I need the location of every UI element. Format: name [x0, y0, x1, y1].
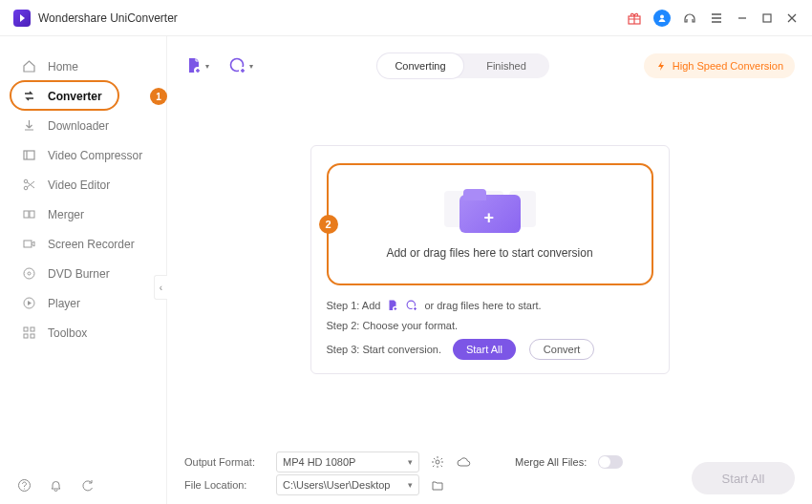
grid-icon — [21, 326, 36, 341]
file-location-select[interactable]: C:\Users\User\Desktop▾ — [276, 474, 419, 495]
app-title: Wondershare UniConverter — [38, 11, 178, 25]
refresh-icon[interactable] — [80, 478, 95, 493]
bolt-icon — [655, 60, 667, 72]
svg-point-5 — [24, 186, 28, 190]
chevron-down-icon: ▾ — [249, 62, 253, 71]
sidebar-item-player[interactable]: Player — [0, 288, 166, 318]
step-3: Step 3: Start conversion. Start All Conv… — [327, 339, 653, 360]
merge-toggle[interactable] — [598, 455, 623, 469]
play-icon — [21, 296, 36, 311]
sidebar-label: DVD Burner — [48, 267, 110, 281]
search-plus-icon — [405, 299, 418, 312]
sidebar-item-toolbox[interactable]: Toolbox — [0, 318, 166, 347]
sidebar-label: Player — [48, 297, 80, 310]
svg-rect-6 — [24, 211, 29, 218]
svg-point-4 — [24, 179, 28, 183]
sidebar-item-downloader[interactable]: Downloader — [0, 111, 166, 140]
recorder-icon — [21, 237, 36, 252]
svg-rect-14 — [24, 334, 28, 338]
menu-icon[interactable] — [709, 10, 724, 26]
svg-point-17 — [24, 488, 25, 489]
gift-icon[interactable] — [627, 10, 642, 26]
svg-point-24 — [436, 460, 439, 464]
chevron-down-icon: ▾ — [408, 457, 413, 467]
sidebar-item-dvd[interactable]: DVD Burner — [0, 259, 166, 288]
add-url-button[interactable]: ▾ — [228, 56, 253, 75]
folder-icon: + — [459, 189, 521, 233]
close-icon[interactable] — [785, 11, 799, 25]
svg-rect-15 — [31, 334, 34, 338]
sidebar-label: Screen Recorder — [48, 238, 135, 251]
headset-icon[interactable] — [682, 10, 697, 26]
svg-rect-7 — [30, 211, 34, 218]
sidebar-label: Toolbox — [48, 326, 87, 340]
cloud-icon[interactable] — [456, 455, 471, 469]
sidebar-label: Video Compressor — [48, 149, 142, 162]
sidebar-label: Downloader — [48, 119, 109, 133]
bell-icon[interactable] — [49, 478, 63, 493]
user-avatar-icon[interactable] — [653, 10, 671, 27]
output-format-value: MP4 HD 1080P — [283, 456, 355, 468]
sidebar-item-editor[interactable]: Video Editor — [0, 170, 166, 200]
sidebar-item-converter[interactable]: Converter 1 — [0, 81, 166, 111]
sidebar-item-compressor[interactable]: Video Compressor — [0, 140, 166, 170]
start-all-button[interactable]: Start All — [453, 339, 516, 360]
file-plus-icon — [386, 299, 399, 312]
tab-converting[interactable]: Converting — [377, 53, 463, 78]
maximize-icon[interactable] — [760, 11, 774, 25]
output-format-label: Output Format: — [184, 456, 270, 468]
step-badge-2: 2 — [319, 215, 338, 234]
svg-rect-3 — [24, 151, 34, 159]
merger-icon — [21, 207, 36, 222]
svg-point-1 — [660, 14, 664, 18]
svg-point-10 — [28, 272, 31, 275]
merge-label: Merge All Files: — [515, 456, 587, 468]
file-location-value: C:\Users\User\Desktop — [283, 479, 390, 491]
drop-text: Add or drag files here to start conversi… — [386, 246, 592, 260]
start-all-footer-button[interactable]: Start All — [692, 462, 795, 494]
app-logo — [13, 10, 31, 27]
sidebar-label: Video Editor — [48, 178, 110, 192]
svg-point-9 — [24, 268, 34, 279]
svg-rect-12 — [24, 327, 28, 331]
file-location-label: File Location: — [184, 479, 270, 491]
step-1-a: Step 1: Add — [327, 300, 381, 311]
chevron-down-icon: ▾ — [408, 480, 413, 490]
svg-rect-13 — [31, 327, 34, 331]
step-2: Step 2: Choose your format. — [327, 320, 653, 331]
step-1: Step 1: Add or drag files here to start. — [327, 299, 653, 312]
drop-zone[interactable]: 2 + Add or drag files here to start conv… — [327, 163, 653, 285]
disc-icon — [21, 266, 36, 282]
scissors-icon — [21, 178, 36, 193]
sidebar-label: Home — [48, 60, 78, 74]
add-file-button[interactable]: ▾ — [184, 56, 209, 75]
converter-icon — [21, 89, 36, 104]
svg-rect-2 — [763, 14, 771, 22]
open-folder-icon[interactable] — [431, 478, 444, 492]
settings-gear-icon[interactable] — [431, 455, 444, 469]
download-icon — [21, 118, 36, 134]
step-1-b: or drag files here to start. — [424, 300, 541, 311]
chevron-down-icon: ▾ — [205, 62, 209, 71]
sidebar-label: Converter — [48, 90, 102, 103]
help-icon[interactable] — [17, 478, 32, 493]
drop-card: 2 + Add or drag files here to start conv… — [310, 145, 670, 374]
step-badge-1: 1 — [150, 88, 167, 105]
sidebar-label: Merger — [48, 208, 84, 221]
tab-segment: Converting Finished — [377, 53, 549, 78]
compress-icon — [21, 148, 36, 163]
tab-finished[interactable]: Finished — [463, 53, 549, 78]
convert-button[interactable]: Convert — [529, 339, 595, 360]
sidebar-item-recorder[interactable]: Screen Recorder — [0, 229, 166, 259]
collapse-sidebar-button[interactable]: ‹ — [154, 275, 167, 300]
minimize-icon[interactable] — [736, 11, 749, 25]
hsc-label: High Speed Conversion — [673, 60, 783, 72]
svg-rect-8 — [24, 241, 32, 247]
step-3-label: Step 3: Start conversion. — [327, 344, 441, 355]
output-format-select[interactable]: MP4 HD 1080P▾ — [276, 452, 419, 472]
sidebar-item-merger[interactable]: Merger — [0, 200, 166, 229]
sidebar-item-home[interactable]: Home — [0, 52, 166, 81]
high-speed-button[interactable]: High Speed Conversion — [644, 53, 795, 78]
home-icon — [21, 59, 36, 74]
